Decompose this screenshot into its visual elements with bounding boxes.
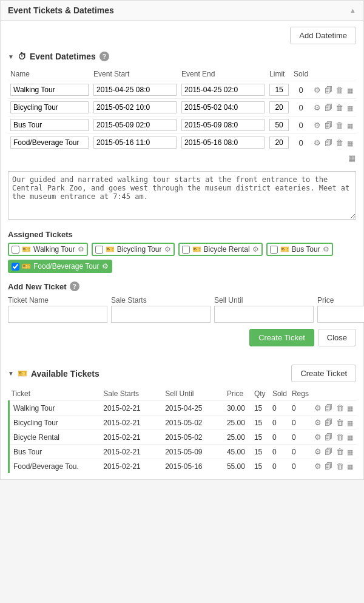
datetime-end-input[interactable] (181, 136, 265, 149)
copy-icon[interactable]: 🗐 (325, 121, 332, 130)
available-ticket-row: Bicycling Tour 2015-02-21 2015-05-02 25.… (9, 416, 357, 430)
datetime-limit-input[interactable] (269, 101, 289, 113)
add-datetime-button[interactable]: Add Datetime (290, 27, 356, 44)
datetime-name-input[interactable] (10, 119, 89, 131)
gear-icon[interactable]: ⚙ (314, 103, 321, 112)
ticket-tag-checkbox[interactable] (95, 246, 103, 254)
gear-icon[interactable]: ⚙ (314, 433, 322, 442)
ticket-name-input[interactable] (8, 306, 107, 323)
col-sold: Sold (291, 67, 311, 81)
copy-icon[interactable]: 🗐 (325, 447, 332, 456)
datetime-start-input[interactable] (93, 136, 177, 149)
gear-icon[interactable]: ⚙ (314, 447, 322, 456)
datetime-start-input[interactable] (93, 101, 177, 113)
avail-sale-starts: 2015-02-21 (101, 416, 163, 430)
ticket-tag-checkbox[interactable] (12, 263, 19, 271)
datetime-end-input[interactable] (181, 119, 265, 131)
datetime-end-input[interactable] (181, 101, 265, 113)
trash-icon[interactable]: 🗑 (335, 86, 343, 95)
sell-until-input[interactable] (214, 306, 314, 323)
datetime-limit-input[interactable] (269, 119, 289, 131)
datetime-actions: ⚙ 🗐 🗑 ▦ (311, 99, 356, 116)
avail-ticket-name: Bicycling Tour (9, 416, 101, 430)
trash-icon[interactable]: 🗑 (335, 138, 343, 147)
ticket-tag-checkbox[interactable] (270, 246, 278, 254)
ticket-tag-label: Bus Tour (292, 245, 320, 254)
copy-icon[interactable]: 🗐 (325, 433, 332, 442)
avail-col-sell-until: Sell Until (163, 387, 224, 401)
datetime-limit (267, 134, 291, 152)
available-ticket-row: Food/Beverage Tou. 2015-02-21 2015-05-16… (9, 459, 357, 474)
price-input[interactable] (317, 306, 364, 323)
gear-icon[interactable]: ⚙ (314, 121, 321, 130)
datetime-actions: ⚙ 🗐 🗑 ▦ (311, 81, 356, 99)
copy-icon[interactable]: 🗐 (325, 103, 332, 112)
copy-icon[interactable]: 🗐 (325, 403, 332, 413)
gear-icon[interactable]: ⚙ (314, 462, 322, 471)
barcode-icon[interactable]: ▦ (347, 419, 353, 427)
datetime-name-input[interactable] (10, 136, 89, 149)
ticket-tag-gear-icon[interactable]: ⚙ (78, 245, 84, 254)
ticket-tag-checkbox[interactable] (182, 246, 190, 254)
datetime-limit-input[interactable] (269, 84, 289, 96)
barcode-icon[interactable]: ▦ (347, 87, 353, 95)
trash-icon[interactable]: 🗑 (336, 433, 344, 442)
datetime-start-input[interactable] (93, 119, 177, 131)
col-event-start: Event Start (91, 67, 179, 81)
gear-icon[interactable]: ⚙ (314, 403, 322, 413)
copy-icon[interactable]: 🗐 (325, 138, 332, 147)
barcode-icon[interactable]: ▦ (347, 448, 353, 456)
ticket-tag-gear-icon[interactable]: ⚙ (323, 245, 329, 254)
available-tickets-section: ▼ 🎫 Available Tickets Create Ticket Tick… (8, 365, 356, 473)
barcode-icon[interactable]: ▦ (348, 153, 356, 163)
trash-icon[interactable]: 🗑 (336, 403, 344, 413)
sale-starts-label: Sale Starts (111, 296, 211, 305)
ticket-tag-gear-icon[interactable]: ⚙ (252, 245, 259, 254)
avail-collapse-icon[interactable]: ▼ (8, 370, 14, 377)
ticket-tag-checkbox[interactable] (12, 246, 19, 254)
copy-icon[interactable]: 🗐 (325, 418, 332, 427)
barcode-icon[interactable]: ▦ (347, 463, 353, 471)
datetime-start-input[interactable] (93, 84, 177, 96)
clock-icon: ⏱ (18, 52, 26, 61)
avail-create-ticket-button[interactable]: Create Ticket (291, 365, 356, 382)
datetime-row: 0 ⚙ 🗐 🗑 ▦ (8, 81, 356, 99)
gear-icon[interactable]: ⚙ (314, 418, 322, 427)
trash-icon[interactable]: 🗑 (336, 447, 344, 456)
trash-icon[interactable]: 🗑 (336, 418, 344, 427)
collapse-icon[interactable]: ▼ (8, 53, 14, 60)
close-button[interactable]: Close (318, 329, 356, 346)
avail-actions: ⚙ 🗐 🗑 ▦ (311, 445, 356, 459)
gear-icon[interactable]: ⚙ (314, 138, 321, 147)
avail-price: 45.00 (224, 445, 252, 459)
sale-starts-input[interactable] (111, 306, 211, 323)
avail-sell-until: 2015-05-16 (163, 459, 224, 474)
available-ticket-row: Bicycle Rental 2015-02-21 2015-05-02 25.… (9, 430, 357, 445)
gear-icon[interactable]: ⚙ (314, 86, 321, 95)
datetime-end-input[interactable] (181, 84, 265, 96)
datetime-limit (267, 99, 291, 116)
datetime-name-input[interactable] (10, 101, 89, 113)
datetime-limit-input[interactable] (269, 136, 289, 149)
trash-icon[interactable]: 🗑 (335, 121, 343, 130)
trash-icon[interactable]: 🗑 (336, 462, 344, 471)
trash-icon[interactable]: 🗑 (335, 103, 343, 112)
ticket-tag-gear-icon[interactable]: ⚙ (164, 245, 171, 254)
barcode-icon[interactable]: ▦ (347, 122, 353, 130)
create-ticket-button[interactable]: Create Ticket (249, 329, 314, 346)
description-textarea[interactable]: Our guided and narrated walking tour sta… (8, 171, 356, 220)
avail-regs: 0 (289, 459, 311, 474)
barcode-icon[interactable]: ▦ (347, 405, 353, 413)
copy-icon[interactable]: 🗐 (325, 462, 332, 471)
sell-until-label: Sell Until (214, 296, 314, 305)
barcode-icon[interactable]: ▦ (347, 434, 353, 442)
barcode-icon[interactable]: ▦ (347, 104, 353, 112)
add-ticket-help-icon[interactable]: ? (70, 281, 79, 291)
ticket-tag-gear-icon[interactable]: ⚙ (102, 262, 109, 271)
copy-icon[interactable]: 🗐 (325, 86, 332, 95)
datetime-end (179, 81, 267, 99)
help-icon[interactable]: ? (99, 52, 109, 61)
barcode-icon[interactable]: ▦ (347, 140, 353, 147)
avail-sold: 0 (270, 401, 289, 416)
datetime-name-input[interactable] (10, 84, 89, 96)
